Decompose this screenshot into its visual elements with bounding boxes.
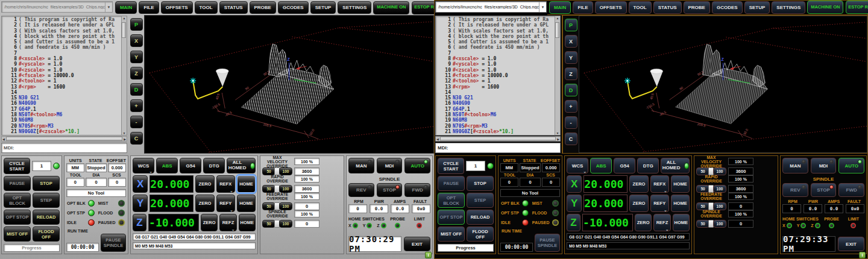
override-slider[interactable] <box>711 168 712 175</box>
menu-main[interactable]: MAIN <box>115 1 137 14</box>
override-max-button[interactable]: 100 <box>279 220 292 228</box>
override-max-button[interactable]: 100 <box>713 202 726 210</box>
ref-x-button[interactable]: REFX⌄ <box>216 175 235 193</box>
override-slider[interactable] <box>711 220 712 227</box>
menu-gcodes[interactable]: GCODES <box>278 1 309 14</box>
axis-letter-z[interactable]: Z <box>567 214 580 231</box>
override-max-button[interactable]: 100 <box>713 185 726 193</box>
all-homed-button[interactable]: ALL HOMED <box>661 158 690 173</box>
menu-tool[interactable]: TOOL <box>629 1 652 14</box>
mdi-input[interactable]: MDI: <box>435 143 561 153</box>
menu-probe[interactable]: PROBE <box>684 1 710 14</box>
dtg-button[interactable]: DTG <box>203 158 225 173</box>
preview-3d[interactable]: 90 90.1 40.5 -150.5 -40.5 205.5 50.0 Z <box>579 16 867 153</box>
abs-button[interactable]: ABS <box>590 158 612 173</box>
opt-stop-button[interactable]: OPT STOP <box>438 210 465 225</box>
override-min-button[interactable]: 50 <box>696 185 709 193</box>
reload-button[interactable]: RELOAD <box>467 210 494 225</box>
override-min-button[interactable]: 50 <box>262 185 275 193</box>
zero-z-button[interactable]: ZERO <box>201 214 218 231</box>
flood-off-button[interactable]: FLOOD OFF <box>33 226 60 242</box>
stop-button[interactable]: STOP <box>33 176 60 191</box>
override-slider[interactable] <box>277 220 278 227</box>
editor-vscroll-thumb[interactable] <box>122 22 126 38</box>
wcs-button[interactable]: WCS⌄ <box>133 158 154 173</box>
cycle-count-spinbox[interactable]: 1 <box>466 161 485 171</box>
estop-reset-button[interactable]: ESTOP RESET <box>846 1 868 14</box>
man-mode-button[interactable]: MAN <box>348 158 374 173</box>
override-slider[interactable] <box>277 186 278 192</box>
override-min-button[interactable]: 50 <box>696 202 709 210</box>
menu-settings[interactable]: SETTINGS <box>338 1 371 14</box>
opt-block-button[interactable]: OPT BLOCK <box>4 193 31 208</box>
zero-y-button[interactable]: ZERO <box>195 195 214 212</box>
menu-status[interactable]: STATUS <box>219 1 248 14</box>
mist-off-button[interactable]: MIST OFF <box>4 226 31 242</box>
cycle-start-button[interactable]: CYCLE START <box>438 158 464 174</box>
view-button-c[interactable]: C <box>565 133 577 145</box>
preview-3d[interactable]: 90 90.1 40.5 -150.5 -40.5 205.5 50.0 Z <box>144 15 434 154</box>
menu-setup[interactable]: SETUP <box>744 1 770 14</box>
spindle-fwd-button[interactable]: FWD <box>404 183 430 197</box>
override-max-button[interactable]: 100 <box>279 167 292 175</box>
axis-letter-x[interactable]: X <box>567 175 582 193</box>
menu-offsets[interactable]: OFFSETS <box>161 1 193 14</box>
dtg-button[interactable]: DTG <box>637 158 659 173</box>
mdi-mode-button[interactable]: MDI <box>377 158 403 173</box>
dropdown-arrow-icon[interactable]: ▼ <box>105 2 112 12</box>
override-max-button[interactable]: 100 <box>279 185 292 193</box>
step-button[interactable]: STEP <box>33 193 60 208</box>
spindle-fwd-button[interactable]: FWD <box>838 183 864 197</box>
file-path-combo[interactable]: /home/chris/linuxcnc/nc_files/examples/3… <box>435 1 547 13</box>
editor-hscrollbar[interactable]: ◀▶ <box>1 136 127 142</box>
step-button[interactable]: STEP <box>467 193 494 208</box>
exit-button[interactable]: EXIT <box>838 237 864 251</box>
dropdown-arrow-icon[interactable]: ▼ <box>539 2 546 12</box>
spindle-stop-button[interactable]: STOP <box>811 183 837 197</box>
menu-gcodes[interactable]: GCODES <box>712 1 743 14</box>
exit-button[interactable]: EXIT <box>404 237 430 251</box>
view-button-z[interactable]: Z <box>130 67 143 80</box>
override-slider[interactable] <box>711 203 712 210</box>
machine-on-button[interactable]: MACHINE ON <box>807 1 843 14</box>
spindle-rev-button[interactable]: REV <box>782 183 808 197</box>
home-z-button[interactable]: HOME <box>239 214 256 231</box>
zero-x-button[interactable]: ZERO <box>195 175 214 193</box>
ref-x-button[interactable]: REFX⌄ <box>650 175 669 193</box>
ref-y-button[interactable]: REFY⌄ <box>216 195 235 212</box>
view-button-y[interactable]: Y <box>130 51 143 63</box>
view-button-p[interactable]: P <box>130 18 143 31</box>
menu-tool[interactable]: TOOL <box>195 1 218 14</box>
view-button-+[interactable]: + <box>565 100 577 113</box>
pause-spindle-button[interactable]: PAUSE SPINDLE <box>535 234 560 252</box>
axis-letter-y[interactable]: Y <box>133 195 148 212</box>
menu-file[interactable]: FILE <box>573 1 593 14</box>
mdi-input[interactable]: MDI: <box>1 143 127 153</box>
axis-letter-x[interactable]: X <box>133 175 148 193</box>
override-slider[interactable] <box>711 186 712 192</box>
pause-spindle-button[interactable]: PAUSE SPINDLE <box>101 234 126 252</box>
g54-button[interactable]: G54 <box>614 158 635 173</box>
axis-letter-y[interactable]: Y <box>567 195 582 212</box>
view-button--[interactable]: - <box>565 116 577 129</box>
view-button-x[interactable]: X <box>565 35 577 48</box>
all-homed-button[interactable]: ALL HOMED <box>227 158 256 173</box>
override-slider[interactable] <box>277 203 278 210</box>
auto-mode-button[interactable]: AUTO <box>404 158 430 173</box>
view-button-z[interactable]: Z <box>565 67 577 80</box>
view-button-x[interactable]: X <box>130 34 143 47</box>
mdi-mode-button[interactable]: MDI <box>811 158 837 173</box>
flood-off-button[interactable]: FLOOD OFF <box>467 226 494 242</box>
estop-reset-button[interactable]: ESTOP RESET <box>412 1 434 14</box>
cycle-count-spinbox[interactable]: 1 <box>32 161 51 171</box>
mist-off-button[interactable]: MIST OFF <box>438 226 465 242</box>
pause-button[interactable]: PAUSE <box>438 176 465 191</box>
view-button-d[interactable]: D <box>565 84 577 96</box>
ref-z-button[interactable]: REFZ⌄ <box>219 214 236 231</box>
reload-button[interactable]: RELOAD <box>33 210 60 225</box>
override-min-button[interactable]: 50 <box>262 220 275 228</box>
zero-x-button[interactable]: ZERO <box>629 175 648 193</box>
stop-button[interactable]: STOP <box>467 176 494 191</box>
home-z-button[interactable]: HOME <box>673 214 690 231</box>
gcode-editor[interactable]: 1( This program is copyright of Ra2( It … <box>1 16 127 136</box>
